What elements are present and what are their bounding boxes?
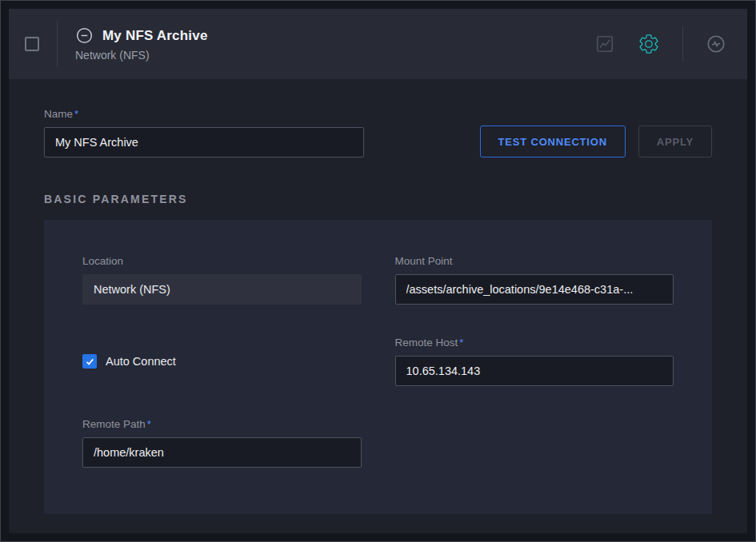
- basic-parameters-heading: BASIC PARAMETERS: [44, 193, 712, 205]
- remote-path-input[interactable]: [82, 437, 362, 468]
- header-divider: [57, 21, 58, 67]
- chart-icon[interactable]: [594, 34, 615, 54]
- required-asterisk: *: [147, 418, 151, 430]
- remote-host-field-block: Remote Host*: [395, 337, 674, 386]
- name-row: Name* TEST CONNECTION APPLY: [44, 108, 712, 157]
- location-label: Location: [82, 255, 362, 267]
- card-body: Name* TEST CONNECTION APPLY BASIC PARAME…: [9, 79, 747, 533]
- pulse-icon[interactable]: [706, 34, 726, 54]
- basic-parameters-panel: Location Mount Point Auto Conne: [44, 220, 712, 514]
- title-block: My NFS Archive Network (NFS): [75, 26, 208, 62]
- name-input[interactable]: [44, 127, 364, 157]
- screen: My NFS Archive Network (NFS): [0, 0, 756, 542]
- auto-connect-label: Auto Connect: [106, 355, 176, 368]
- required-asterisk: *: [74, 108, 78, 120]
- header-actions: [594, 26, 726, 62]
- name-label: Name*: [44, 108, 364, 120]
- page-title: My NFS Archive: [102, 28, 208, 44]
- gear-icon[interactable]: [638, 33, 660, 55]
- name-field-block: Name*: [44, 108, 364, 157]
- location-input: [82, 274, 362, 305]
- required-asterisk: *: [459, 337, 463, 349]
- archive-location-card: My NFS Archive Network (NFS): [9, 9, 747, 533]
- remote-path-label: Remote Path*: [82, 418, 362, 430]
- mount-point-label: Mount Point: [395, 255, 674, 267]
- select-row-checkbox[interactable]: [25, 37, 39, 51]
- mount-point-field-block: Mount Point: [395, 255, 674, 305]
- header-actions-divider: [682, 26, 683, 62]
- action-buttons: TEST CONNECTION APPLY: [480, 126, 712, 157]
- collapse-minus-circle-icon[interactable]: [75, 26, 94, 45]
- test-connection-button[interactable]: TEST CONNECTION: [480, 126, 626, 157]
- remote-path-field-block: Remote Path*: [82, 418, 362, 468]
- location-field-block: Location: [82, 255, 362, 305]
- page-subtitle: Network (NFS): [75, 49, 208, 62]
- auto-connect-field[interactable]: Auto Connect: [82, 354, 362, 369]
- remote-host-input[interactable]: [395, 356, 674, 386]
- card-header: My NFS Archive Network (NFS): [9, 9, 747, 79]
- remote-host-label: Remote Host*: [395, 337, 674, 349]
- empty-cell: [395, 418, 674, 468]
- apply-button[interactable]: APPLY: [638, 126, 712, 157]
- mount-point-input[interactable]: [395, 274, 674, 305]
- auto-connect-checkbox[interactable]: [82, 354, 97, 369]
